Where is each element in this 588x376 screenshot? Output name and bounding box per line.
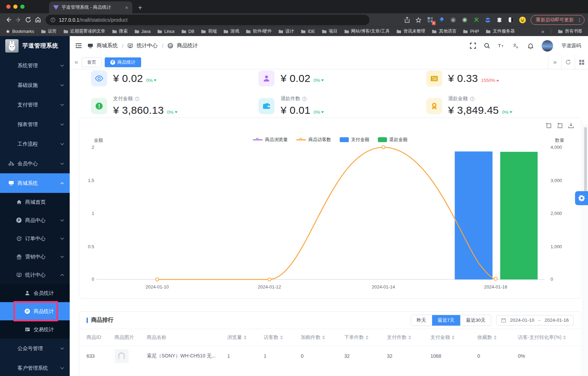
url-text[interactable]: 127.0.0.1/mall/statistics/product: [59, 17, 127, 23]
sidebar-item-statistics-center[interactable]: 统计中心: [0, 266, 70, 284]
reload-icon[interactable]: [23, 15, 33, 25]
legend-item-refund[interactable]: 退款金额: [378, 137, 408, 143]
date-end[interactable]: 2024-01-16: [545, 318, 569, 323]
bookmark-folder[interactable]: 软件/硬件: [246, 28, 271, 34]
chrome-update-button[interactable]: 重新启动即可更新 ⋮: [531, 15, 584, 25]
all-bookmarks[interactable]: 所有书签: [558, 28, 582, 34]
sidebar-item-report[interactable]: 报表管理: [0, 114, 70, 134]
browser-menu-icon[interactable]: ⋮: [577, 18, 582, 22]
address-bar[interactable]: 127.0.0.1/mall/statistics/product: [46, 15, 369, 25]
table-row[interactable]: 633 索尼（SONY）WH-CH510 无... 1 1 0 32 32 10…: [79, 346, 581, 366]
breadcrumb-item[interactable]: 统计中心: [137, 42, 158, 49]
sort-icon[interactable]: [244, 335, 247, 340]
sidebar-item-order-center[interactable]: 订单中心: [0, 229, 70, 248]
extension-contrast-icon[interactable]: [507, 16, 514, 23]
page-scrollbar[interactable]: [583, 124, 588, 376]
tabs-scroll-right-icon[interactable]: »: [548, 55, 561, 69]
chart-download-icon[interactable]: [568, 123, 574, 128]
username[interactable]: 芋道源码: [561, 43, 581, 49]
site-info-icon[interactable]: [50, 18, 55, 22]
sidebar-item-member-center[interactable]: 会员中心: [0, 154, 70, 173]
col-amount-sort[interactable]: 支付金额: [430, 334, 477, 341]
bookmark-folder[interactable]: Linux: [157, 29, 175, 34]
sidebar-item-product-center[interactable]: P 商品中心: [0, 211, 70, 229]
sidebar-fold-icon[interactable]: [75, 43, 82, 48]
info-icon[interactable]: [470, 97, 475, 101]
sidebar-item-payment[interactable]: 支付管理: [0, 95, 70, 114]
col-cart-sort[interactable]: 加购件数: [301, 334, 344, 341]
minimize-window-button[interactable]: [13, 5, 18, 9]
sidebar-item-workflow[interactable]: 工作流程: [0, 134, 70, 154]
col-favorites-sort[interactable]: 收藏数: [477, 334, 518, 341]
search-icon[interactable]: [484, 43, 490, 49]
col-paid-sort[interactable]: 支付件数: [387, 334, 430, 341]
sort-icon[interactable]: [366, 335, 368, 340]
bookmark-folder[interactable]: IDE: [301, 29, 315, 34]
extension-grid-icon[interactable]: 6: [427, 16, 434, 23]
scrollbar-thumb[interactable]: [584, 127, 587, 195]
date-start[interactable]: 2024-01-10: [510, 318, 534, 323]
bookmark-folder[interactable]: 近期需要读的文章: [63, 28, 105, 34]
extension-command-icon[interactable]: ⌘: [450, 16, 457, 23]
data-point[interactable]: [155, 278, 159, 281]
extension-dot-icon[interactable]: [461, 16, 468, 23]
bell-icon[interactable]: [528, 43, 533, 49]
data-point[interactable]: [382, 146, 385, 149]
fullscreen-icon[interactable]: [470, 43, 476, 49]
bookmark-folder[interactable]: 搜索: [112, 28, 128, 34]
home-icon[interactable]: [33, 15, 43, 25]
user-avatar[interactable]: [541, 40, 553, 52]
bookmark-folder[interactable]: 设计: [278, 28, 294, 34]
sort-icon[interactable]: [494, 335, 497, 340]
bookmark-folder[interactable]: 前端: [201, 28, 217, 34]
new-tab-button[interactable]: +: [138, 4, 142, 11]
sort-icon[interactable]: [408, 335, 411, 340]
close-window-button[interactable]: [6, 5, 11, 9]
extension-layers-icon[interactable]: [484, 16, 491, 23]
trend-chart-plot[interactable]: 2 1.5 1 0.5 0 4,000 3,000 2,000 1,000 0 …: [79, 118, 581, 298]
range-last30days-button[interactable]: 最近30天: [460, 315, 491, 326]
layout-grid-icon[interactable]: [575, 55, 588, 69]
tab-close-icon[interactable]: ×: [125, 5, 128, 10]
info-icon[interactable]: [135, 97, 139, 101]
bookmarks-overflow-icon[interactable]: »: [541, 28, 544, 34]
sort-icon[interactable]: [280, 335, 283, 340]
col-conversion-sort[interactable]: 访客-支付转化率(%): [518, 334, 574, 341]
bookmark-folder[interactable]: 文件服务器: [486, 28, 515, 34]
info-icon[interactable]: [302, 97, 307, 101]
bookmark-folder[interactable]: 其他语言: [432, 28, 456, 34]
page-tab-product-statistics[interactable]: P 商品统计: [105, 57, 141, 67]
sidebar-item-trade-statistics[interactable]: 交易统计: [0, 320, 70, 339]
sort-icon[interactable]: [563, 335, 566, 340]
chart-zoom-icon[interactable]: [546, 123, 552, 128]
legend-item-visitor[interactable]: 商品访客数: [296, 137, 331, 143]
bar-pay-amount[interactable]: [455, 152, 493, 280]
data-point[interactable]: [494, 277, 497, 280]
extension-kite-icon[interactable]: [438, 16, 445, 23]
back-icon[interactable]: [4, 15, 13, 25]
language-icon[interactable]: 文A: [513, 43, 520, 49]
maximize-window-button[interactable]: [20, 5, 25, 9]
cell-product-name[interactable]: 索尼（SONY）WH-CH510 无...: [147, 353, 227, 359]
col-visitors-sort[interactable]: 访客数: [264, 334, 301, 341]
page-tab-home[interactable]: 首页: [82, 57, 102, 67]
brand[interactable]: 芋道管理系统: [0, 36, 70, 56]
share-icon[interactable]: [403, 16, 410, 23]
bookmark-folder[interactable]: 资讯未整理: [396, 28, 426, 34]
settings-float-button[interactable]: [575, 191, 588, 205]
forward-icon[interactable]: [13, 15, 23, 25]
legend-item-pay[interactable]: 支付金额: [340, 137, 369, 143]
bookmarks-root[interactable]: Bookmarks: [6, 29, 34, 34]
bookmark-folder[interactable]: Java: [134, 29, 151, 34]
refresh-icon[interactable]: [561, 55, 575, 69]
bookmark-folder[interactable]: 项目: [322, 28, 338, 34]
legend-item-browse[interactable]: 商品浏览量: [253, 137, 288, 143]
sidebar-item-marketing-center[interactable]: 营销中心: [0, 248, 70, 266]
tabs-scroll-left-icon[interactable]: «: [75, 58, 78, 66]
bookmark-star-icon[interactable]: [415, 16, 422, 23]
sidebar-item-member-statistics[interactable]: 会员统计: [0, 284, 70, 302]
breadcrumb-item[interactable]: 商城系统: [97, 42, 118, 49]
bookmark-folder[interactable]: 运营: [41, 28, 57, 34]
range-yesterday-button[interactable]: 昨天: [411, 315, 432, 326]
line-visitor-series[interactable]: [157, 147, 496, 280]
